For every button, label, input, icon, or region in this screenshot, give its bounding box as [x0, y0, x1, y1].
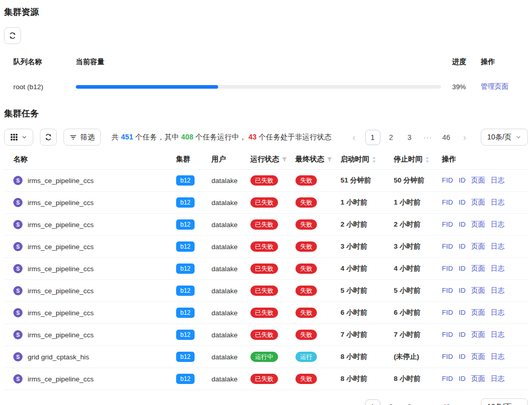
- pagination-page-3[interactable]: 3: [402, 130, 417, 145]
- action-link-page[interactable]: 页面: [471, 176, 485, 184]
- action-link-log[interactable]: 日志: [491, 375, 504, 382]
- pagination-next-icon[interactable]: ›: [457, 399, 473, 405]
- pagination-page-46[interactable]: 46: [439, 130, 454, 145]
- action-link-fid[interactable]: FID: [442, 265, 453, 272]
- action-link-id[interactable]: ID: [459, 331, 466, 338]
- action-link-id[interactable]: ID: [459, 287, 466, 294]
- action-link-page[interactable]: 页面: [471, 198, 485, 206]
- action-link-log[interactable]: 日志: [491, 242, 504, 250]
- task-user: datalake: [211, 353, 238, 361]
- action-link-log[interactable]: 日志: [491, 331, 504, 338]
- resources-col-queue: 队列名称: [4, 51, 76, 71]
- spark-avatar-icon: S: [13, 198, 23, 207]
- pagination-page-2[interactable]: 2: [384, 399, 399, 405]
- action-link-log[interactable]: 日志: [491, 287, 504, 294]
- action-link-fid[interactable]: FID: [442, 287, 453, 294]
- action-link-id[interactable]: ID: [459, 220, 466, 228]
- resources-col-action: 操作: [481, 51, 528, 71]
- pagination-page-46[interactable]: 46: [439, 399, 454, 405]
- pagination: ‹123···46›: [347, 130, 473, 145]
- summary-text: 个任务运行中，: [194, 133, 249, 141]
- action-link-log[interactable]: 日志: [491, 198, 504, 206]
- action-link-fid[interactable]: FID: [442, 220, 453, 228]
- page-size-select[interactable]: 10条/页: [481, 398, 528, 405]
- col-stop-time[interactable]: 停止时间: [394, 151, 442, 170]
- action-link-log[interactable]: 日志: [491, 265, 504, 272]
- stop-time: 3 小时前: [394, 242, 420, 250]
- spark-avatar-icon: S: [13, 220, 23, 229]
- run-status-badge: 已失败: [250, 264, 278, 274]
- sorter-icon[interactable]: [372, 156, 376, 163]
- action-link-fid[interactable]: FID: [442, 242, 453, 250]
- action-link-log[interactable]: 日志: [491, 176, 504, 184]
- refresh-icon: [9, 32, 16, 39]
- action-link-id[interactable]: ID: [459, 176, 466, 184]
- layout-grid-button[interactable]: [4, 129, 33, 146]
- action-link-id[interactable]: ID: [459, 375, 466, 382]
- action-link-fid[interactable]: FID: [442, 375, 453, 382]
- action-link-page[interactable]: 页面: [471, 331, 485, 338]
- action-link-fid[interactable]: FID: [442, 309, 453, 316]
- tasks-header-row: 名称 集群 用户 运行状态 最终状态: [4, 151, 528, 170]
- task-name: irms_ce_pipeline_ccs: [28, 287, 94, 295]
- tasks-table-body: Sirms_ce_pipeline_ccsb12datalake已失败失败51 …: [4, 170, 528, 390]
- pagination-page-3[interactable]: 3: [402, 399, 417, 405]
- resources-refresh-button[interactable]: [4, 27, 21, 44]
- action-link-page[interactable]: 页面: [471, 375, 485, 382]
- action-link-log[interactable]: 日志: [491, 309, 504, 316]
- page-size-select[interactable]: 10条/页: [481, 129, 528, 146]
- chevron-down-icon: [516, 134, 521, 140]
- pagination-prev-icon[interactable]: ‹: [347, 399, 362, 405]
- action-link-page[interactable]: 页面: [471, 242, 485, 250]
- filter-funnel-icon[interactable]: [282, 157, 287, 163]
- action-link-fid[interactable]: FID: [442, 176, 453, 184]
- action-link-fid[interactable]: FID: [442, 353, 453, 360]
- sorter-icon[interactable]: [425, 156, 430, 163]
- pagination: ‹123···46›: [347, 399, 473, 405]
- filter-funnel-icon[interactable]: [327, 157, 332, 163]
- action-link-fid[interactable]: FID: [442, 331, 453, 338]
- start-time: 7 小时前: [341, 331, 367, 338]
- pagination-page-1[interactable]: 1: [365, 130, 380, 145]
- cluster-badge: b12: [176, 197, 195, 208]
- page-size-label: 10条/页: [487, 402, 512, 405]
- action-link-log[interactable]: 日志: [491, 220, 504, 228]
- pagination-next-icon[interactable]: ›: [457, 130, 473, 145]
- toolbar-right: ‹123···46› 10条/页: [347, 129, 528, 146]
- col-name: 名称: [4, 151, 176, 170]
- action-link-id[interactable]: ID: [459, 242, 466, 250]
- action-link-id[interactable]: ID: [459, 309, 466, 316]
- run-status-badge: 已失败: [250, 374, 278, 384]
- action-link-fid[interactable]: FID: [442, 198, 453, 206]
- cluster-badge: b12: [176, 286, 195, 296]
- action-link-page[interactable]: 页面: [471, 309, 485, 316]
- action-link-page[interactable]: 页面: [471, 353, 485, 360]
- run-status-badge: 已失败: [250, 241, 278, 252]
- action-link-page[interactable]: 页面: [471, 287, 485, 294]
- action-link-id[interactable]: ID: [459, 198, 466, 206]
- pagination-prev-icon[interactable]: ‹: [347, 130, 362, 145]
- final-status-badge: 失败: [295, 219, 317, 230]
- resources-table: 队列名称 当前容量 进度 操作 root (b12) 39% 管理页面: [4, 51, 528, 100]
- refresh-icon: [45, 133, 52, 141]
- start-time: 2 小时前: [341, 220, 367, 228]
- spark-avatar-icon: S: [13, 330, 23, 339]
- spark-avatar-icon: S: [13, 286, 23, 295]
- action-link-id[interactable]: ID: [459, 265, 466, 272]
- filter-button[interactable]: 筛选: [63, 129, 101, 146]
- action-link-log[interactable]: 日志: [491, 353, 504, 360]
- tasks-refresh-button[interactable]: [40, 129, 57, 146]
- queue-progress-label: 39%: [452, 71, 481, 100]
- col-start-time[interactable]: 启动时间: [341, 151, 394, 170]
- action-link-page[interactable]: 页面: [471, 265, 485, 272]
- capacity-progress-fill: [76, 85, 218, 89]
- manage-page-link[interactable]: 管理页面: [481, 83, 508, 90]
- action-link-id[interactable]: ID: [459, 353, 466, 360]
- pagination-page-1[interactable]: 1: [365, 399, 380, 405]
- task-user: datalake: [211, 265, 238, 273]
- summary-total-count: 451: [121, 133, 133, 141]
- stop-time: 5 小时前: [394, 287, 420, 294]
- action-link-page[interactable]: 页面: [471, 220, 485, 228]
- pagination-page-2[interactable]: 2: [384, 130, 399, 145]
- resources-section-title: 集群资源: [4, 6, 528, 18]
